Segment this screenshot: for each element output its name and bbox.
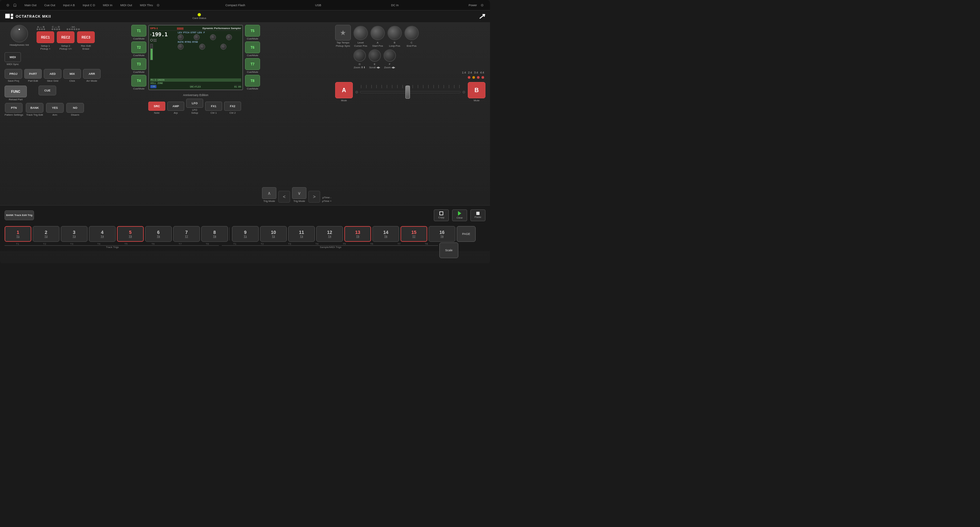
paste-button[interactable]: Paste bbox=[470, 209, 485, 221]
step-7-num: 7 bbox=[185, 230, 188, 235]
display-title: DPS-1 bbox=[150, 27, 158, 30]
lfo-button[interactable]: LFO bbox=[186, 99, 203, 108]
time-sig-3-4: 3:4 bbox=[474, 71, 478, 74]
cue-button[interactable]: CUE bbox=[38, 86, 56, 96]
elektron-logo: ↗ bbox=[478, 12, 485, 21]
copy-button[interactable]: Copy bbox=[434, 209, 449, 221]
trig-mode-down-button[interactable]: ∨ bbox=[292, 187, 306, 199]
connector-input-ab: Input A B bbox=[59, 3, 79, 7]
arr-button[interactable]: ARR bbox=[83, 69, 100, 79]
src-button[interactable]: SRC bbox=[148, 102, 165, 111]
midi-button[interactable]: MIDI bbox=[5, 52, 21, 62]
time-sig-row: 1:4 2:4 3:4 4:4 bbox=[335, 71, 485, 74]
proj-col: PROJ Save Proj bbox=[5, 69, 22, 82]
bank-trig-button[interactable]: BANK Track Edit Trig bbox=[5, 210, 34, 220]
step-3-button[interactable]: 3 T3 bbox=[61, 226, 88, 242]
t3-button[interactable]: T3 bbox=[131, 58, 146, 70]
step-10-button[interactable]: 10 T2 bbox=[260, 226, 287, 242]
d-zoom-knob[interactable] bbox=[353, 49, 366, 62]
conn-dot-1 bbox=[37, 29, 38, 30]
trig-mode-up-label: Trig Mode bbox=[263, 200, 275, 202]
step-6-button[interactable]: 6 T6 bbox=[145, 226, 172, 242]
step-16-num: 16 bbox=[439, 230, 445, 235]
step-13-button[interactable]: 13 T5 bbox=[344, 226, 371, 242]
page-button[interactable]: PAGE bbox=[457, 226, 476, 242]
tap-tempo-label: Tap TempoPickup Sync bbox=[336, 41, 350, 48]
t8-button[interactable]: T8 bbox=[245, 75, 260, 87]
ptn-button[interactable]: PTN bbox=[5, 103, 22, 113]
step-4-button[interactable]: 4 T4 bbox=[89, 226, 116, 242]
step-2-button[interactable]: 2 T2 bbox=[33, 226, 59, 242]
amp-button[interactable]: AMP bbox=[167, 102, 184, 111]
t4-button[interactable]: T4 bbox=[131, 75, 146, 87]
level-cursor-knob[interactable] bbox=[353, 26, 368, 40]
header-row: OCTATRACK MKII Card Status ↗ bbox=[0, 10, 490, 22]
f-zoom-knob[interactable] bbox=[383, 49, 396, 62]
crossfader-left-dot bbox=[355, 91, 358, 94]
sub-t1: T1 bbox=[5, 242, 30, 245]
step-5-button[interactable]: 5 T5 bbox=[117, 226, 144, 242]
sub-s-t6: T6 bbox=[359, 242, 385, 245]
step-2-num: 2 bbox=[45, 230, 48, 235]
headphones-knob[interactable] bbox=[10, 25, 28, 43]
scale-button[interactable]: Scale bbox=[439, 242, 458, 258]
arrow-right-button[interactable]: > bbox=[309, 191, 320, 202]
yes-button[interactable]: YES bbox=[46, 103, 64, 113]
step-8-button[interactable]: 8 T8 bbox=[201, 226, 228, 242]
t5-button[interactable]: T5 bbox=[245, 25, 260, 37]
paste-col: Paste bbox=[470, 209, 485, 221]
arrow-right-icon: > bbox=[313, 194, 315, 199]
rec1-button[interactable]: REC1 bbox=[37, 31, 54, 43]
crossfader-track[interactable] bbox=[360, 91, 461, 93]
mix-button[interactable]: MIX bbox=[64, 69, 81, 79]
a-start-knob[interactable] bbox=[371, 26, 385, 40]
step-16-button[interactable]: 16 T8 bbox=[429, 226, 455, 242]
connection-ab: A — B bbox=[37, 25, 45, 30]
t6-button[interactable]: T6 bbox=[245, 41, 260, 53]
fx2-button[interactable]: FX2 bbox=[224, 102, 241, 111]
t2-col: T2 Cue/Mute bbox=[131, 41, 146, 57]
aed-button[interactable]: AED bbox=[44, 69, 61, 79]
tap-tempo-button[interactable] bbox=[335, 25, 351, 40]
trig-mode-down-label: Trig Mode bbox=[293, 200, 305, 202]
step-15-num: 15 bbox=[411, 230, 417, 235]
connection-cd-label: C — D bbox=[52, 25, 60, 29]
display-pipe: ||||||||| bbox=[177, 27, 184, 30]
b-loop-knob[interactable] bbox=[387, 26, 402, 40]
part-button[interactable]: PART bbox=[24, 69, 42, 79]
step-15-button[interactable]: 15 T7 bbox=[401, 226, 427, 242]
sub-s-t1: T1 bbox=[222, 242, 248, 245]
connector-cf: Compact Flash bbox=[221, 3, 249, 7]
step-14-button[interactable]: 14 T6 bbox=[372, 226, 399, 242]
mute-b-button[interactable]: B bbox=[468, 82, 485, 98]
proj-button[interactable]: PROJ bbox=[5, 69, 22, 79]
sub-t5: T5 bbox=[113, 242, 139, 245]
t3-col: T3 Cue/Mute bbox=[131, 58, 146, 73]
level-cursor-label: LevelCursor Pos bbox=[354, 41, 367, 48]
step-7-button[interactable]: 7 T7 bbox=[173, 226, 200, 242]
bank-button[interactable]: BANK bbox=[26, 103, 43, 113]
mute-a-button[interactable]: A bbox=[335, 82, 353, 98]
crossfader-handle[interactable] bbox=[406, 86, 410, 99]
func-button[interactable]: FUNC bbox=[5, 86, 27, 97]
t1-button[interactable]: T1 bbox=[131, 25, 146, 37]
c-end-knob[interactable] bbox=[404, 26, 419, 40]
display-knob-len bbox=[226, 34, 232, 40]
display-knob-rtrg bbox=[199, 44, 205, 50]
rec3-button[interactable]: REC3 bbox=[77, 31, 95, 43]
e-scroll-knob[interactable] bbox=[369, 49, 381, 62]
t2-button[interactable]: T2 bbox=[131, 41, 146, 53]
rec2-button[interactable]: REC2 bbox=[57, 31, 75, 43]
no-button[interactable]: NO bbox=[66, 103, 84, 113]
step-1-button[interactable]: 1 T1 bbox=[5, 226, 31, 242]
fx1-button[interactable]: FX1 bbox=[205, 102, 222, 111]
step-9-button[interactable]: 9 T1 bbox=[232, 226, 259, 242]
rec-buttons-row: REC1 Setup 1Pickup + REC2 Setup 2Pickup … bbox=[37, 31, 95, 50]
step-12-button[interactable]: 12 T4 bbox=[316, 226, 343, 242]
clear-button[interactable]: Clear bbox=[452, 209, 467, 221]
headphones-section: Headphones Vol bbox=[5, 25, 34, 46]
trig-mode-up-button[interactable]: ∧ bbox=[262, 187, 276, 199]
arrow-left-button[interactable]: < bbox=[278, 191, 290, 202]
step-11-button[interactable]: 11 T3 bbox=[288, 226, 315, 242]
t7-button[interactable]: T7 bbox=[245, 58, 260, 70]
